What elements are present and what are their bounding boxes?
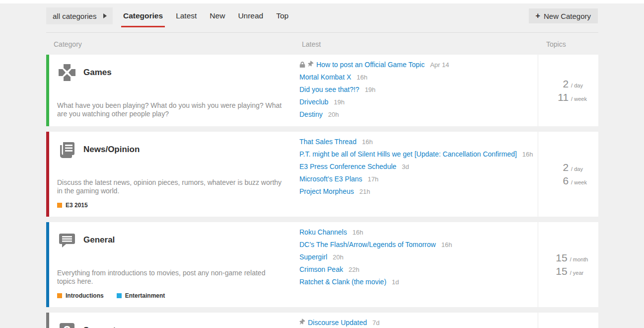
stat-unit: / week bbox=[571, 179, 587, 185]
nav-tab-new[interactable]: New bbox=[203, 9, 231, 22]
topic-time: 16h bbox=[441, 241, 452, 248]
subcategory-badge[interactable]: Introductions bbox=[57, 292, 104, 299]
stat-unit: / week bbox=[571, 96, 587, 102]
stat-value: 2 bbox=[550, 162, 569, 173]
topic-link[interactable]: Driveclub bbox=[299, 98, 328, 106]
topic-link[interactable]: DC’s The Flash/Arrow/Legends of Tomorrow bbox=[299, 241, 436, 248]
category-name-link[interactable]: Games bbox=[83, 68, 112, 78]
nav-tab-unread[interactable]: Unread bbox=[231, 9, 270, 22]
gamepad-icon bbox=[57, 63, 77, 82]
question-icon: ? bbox=[57, 321, 77, 328]
topic-list: Roku Channels 16h DC’s The Flash/Arrow/L… bbox=[299, 226, 538, 288]
topic-item: E3 Press Conference Schedule 3d bbox=[299, 161, 538, 173]
topic-link[interactable]: Roku Channels bbox=[299, 228, 347, 236]
topic-time: 17h bbox=[368, 175, 379, 183]
topic-link[interactable]: E3 Press Conference Schedule bbox=[299, 163, 396, 170]
category-row: ? Support Discourse Updated 7d bbox=[46, 313, 598, 328]
topic-link[interactable]: Supergirl bbox=[299, 253, 327, 261]
stat-value: 15 bbox=[549, 252, 568, 264]
topic-time: 3d bbox=[402, 163, 409, 170]
category-filter-dropdown[interactable]: all categories bbox=[46, 7, 113, 24]
stat-unit: / month bbox=[570, 256, 588, 262]
stat-unit: / day bbox=[571, 166, 583, 172]
topic-time: Apr 14 bbox=[430, 61, 449, 69]
category-cell: ? Support bbox=[49, 313, 295, 328]
latest-topics-cell: Roku Channels 16h DC’s The Flash/Arrow/L… bbox=[295, 222, 538, 307]
category-rows: Games What have you been playing? What d… bbox=[46, 55, 598, 328]
stats-block: 2 / day 11 / week bbox=[550, 77, 587, 105]
subcategory-badge[interactable]: Entertainment bbox=[117, 292, 165, 299]
new-category-button[interactable]: + New Category bbox=[529, 8, 598, 23]
topics-stats-cell: 2 / day 11 / week bbox=[538, 55, 598, 126]
latest-topics-cell: Discourse Updated 7d bbox=[295, 313, 538, 328]
topic-link[interactable]: That Sales Thread bbox=[299, 138, 357, 146]
topic-link[interactable]: Ratchet & Clank (the movie) bbox=[299, 278, 386, 286]
subcategory-label: Introductions bbox=[66, 292, 104, 299]
chat-icon bbox=[57, 230, 77, 250]
category-head: General bbox=[57, 230, 284, 250]
stat-value: 15 bbox=[549, 265, 568, 277]
stats-block: 2 / day 6 / week bbox=[550, 160, 587, 188]
topic-item: Roku Channels 16h bbox=[299, 226, 538, 239]
topic-item: Project Morpheus 21h bbox=[299, 185, 538, 198]
subcategory-color-square bbox=[57, 293, 62, 298]
latest-topics-cell: How to post an Official Game Topic Apr 1… bbox=[295, 55, 538, 126]
topic-time: 16h bbox=[522, 151, 533, 158]
category-description: Discuss the latest news, opinion pieces,… bbox=[57, 178, 284, 195]
topic-link[interactable]: Microsoft’s E3 Plans bbox=[299, 175, 362, 183]
stat-value: 2 bbox=[550, 78, 569, 90]
column-header-category: Category bbox=[54, 40, 82, 48]
topic-link[interactable]: P.T. might be all of Silent Hills we get… bbox=[299, 150, 517, 158]
topic-link[interactable]: Did you see that?!? bbox=[299, 85, 359, 93]
topic-stat: 2 / day bbox=[550, 162, 587, 173]
topic-time: 21h bbox=[359, 188, 370, 195]
nav-tab-latest[interactable]: Latest bbox=[169, 9, 203, 22]
plus-icon: + bbox=[536, 11, 540, 20]
topic-link[interactable]: How to post an Official Game Topic bbox=[316, 61, 425, 69]
topic-item: DC’s The Flash/Arrow/Legends of Tomorrow… bbox=[299, 239, 538, 251]
topic-time: 20h bbox=[328, 111, 339, 118]
topics-stats-cell bbox=[538, 313, 598, 328]
category-head: Games bbox=[57, 63, 284, 82]
topic-link[interactable]: Crimson Peak bbox=[299, 265, 343, 273]
topic-time: 20h bbox=[333, 253, 344, 261]
topic-item: Supergirl 20h bbox=[299, 251, 538, 263]
pin-icon bbox=[299, 320, 305, 326]
topic-time: 7d bbox=[372, 319, 379, 327]
column-header-topics: Topics bbox=[546, 40, 566, 48]
topic-item: Ratchet & Clank (the movie) 1d bbox=[299, 276, 538, 288]
topic-item: How to post an Official Game Topic Apr 1… bbox=[299, 59, 538, 71]
topic-stat: 15 / month bbox=[549, 252, 588, 264]
category-row: News/Opinion Discuss the latest news, op… bbox=[46, 132, 598, 217]
latest-topics-cell: That Sales Thread 16h P.T. might be all … bbox=[295, 132, 538, 217]
topic-time: 1d bbox=[392, 278, 399, 286]
subcategory-badge[interactable]: E3 2015 bbox=[57, 202, 88, 209]
topic-link[interactable]: Discourse Updated bbox=[308, 319, 367, 327]
topic-item: Mortal Kombat X 16h bbox=[299, 71, 538, 83]
topic-link[interactable]: Destiny bbox=[299, 110, 323, 118]
category-row: General Everything from introductions to… bbox=[46, 222, 598, 307]
nav-tab-categories[interactable]: Categories bbox=[117, 9, 169, 22]
stat-value: 11 bbox=[550, 91, 569, 103]
category-name-link[interactable]: General bbox=[83, 235, 115, 245]
nav-tab-top[interactable]: Top bbox=[270, 9, 295, 22]
subcategory-color-square bbox=[57, 203, 62, 208]
topic-stat: 2 / day bbox=[550, 78, 587, 90]
category-name-link[interactable]: News/Opinion bbox=[83, 145, 140, 155]
subcategory-color-square bbox=[117, 293, 122, 298]
topic-time: 16h bbox=[362, 138, 373, 146]
site-header-remnant bbox=[0, 0, 644, 3]
topic-link[interactable]: Mortal Kombat X bbox=[299, 73, 351, 81]
topic-link[interactable]: Project Morpheus bbox=[299, 187, 354, 195]
topic-item: Discourse Updated 7d bbox=[299, 317, 538, 328]
category-cell: General Everything from introductions to… bbox=[49, 222, 295, 307]
topic-item: Driveclub 19h bbox=[299, 96, 538, 108]
topic-time: 19h bbox=[334, 98, 345, 106]
nav-tabs: CategoriesLatestNewUnreadTop bbox=[117, 9, 295, 22]
topic-time: 19h bbox=[365, 86, 376, 93]
category-name-link[interactable]: Support bbox=[83, 326, 116, 328]
newspaper-icon bbox=[57, 140, 77, 160]
table-header: Category Latest Topics bbox=[0, 33, 644, 55]
subcategory-list: Introductions Entertainment bbox=[57, 292, 284, 299]
category-cell: News/Opinion Discuss the latest news, op… bbox=[49, 132, 295, 217]
